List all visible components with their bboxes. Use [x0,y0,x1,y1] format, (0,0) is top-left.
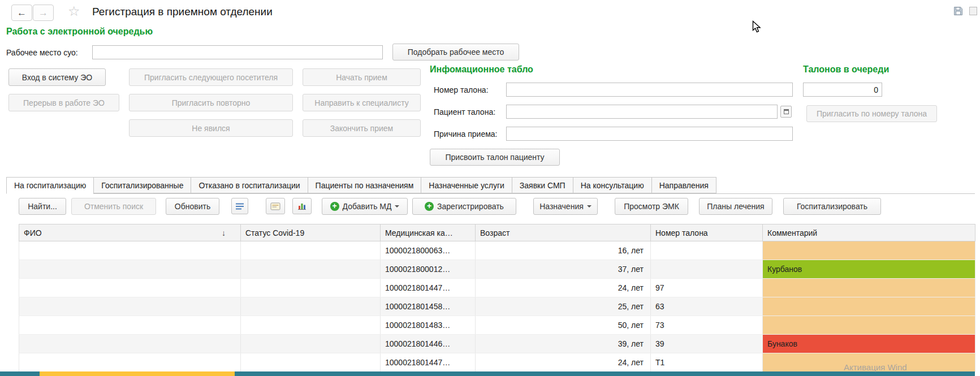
no-show-button[interactable]: Не явился [129,119,293,137]
col-header-comment[interactable]: Комментарий [763,224,975,241]
patient-row[interactable]: 1000021800063…16, лет [19,241,975,260]
patient-row[interactable]: 1000021801446…39, лет39Бунаков [19,335,975,353]
tab-6[interactable]: Заявки СМП [512,177,573,193]
tab-7[interactable]: На консультацию [573,177,651,193]
pick-workplace-button[interactable]: Подобрать рабочее место [392,44,519,60]
chart-view-button[interactable] [292,198,312,214]
back-button[interactable] [11,5,32,21]
finish-reception-button[interactable]: Закончить прием [303,119,421,137]
age-cell: 25, лет [476,297,651,316]
ticket-number-cell: 97 [651,279,763,297]
register-button[interactable]: Зарегистрировать [412,198,516,215]
age-cell: 39, лет [476,335,651,353]
cancel-search-button[interactable]: Отменить поиск [71,198,156,215]
hospitalize-label: Госпитализировать [797,202,867,211]
plus-icon [425,202,434,211]
tab-2[interactable]: Госпитализированные [93,177,191,193]
col-header-fio[interactable]: ФИО ↓ [19,224,241,241]
covid-status-cell [241,335,381,353]
treatment-plans-button[interactable]: Планы лечения [699,198,772,215]
comment-cell [763,241,975,260]
no-show-label: Не явился [192,124,230,133]
col-header-medcard-label: Медицинская ка… [385,228,453,237]
add-md-label: Добавить МД [343,202,392,211]
refresh-button[interactable]: Обновить [166,198,219,215]
invite-next-button[interactable]: Пригласить следующего посетителя [129,68,293,86]
ticket-number-cell: Т1 [651,353,763,372]
med-card-cell: 1000021801447… [381,279,476,297]
ticket-patient-label: Пациент талона: [434,107,495,116]
tab-1[interactable]: На госпитализацию [6,177,93,194]
workplace-input[interactable] [92,45,383,59]
add-md-button[interactable]: Добавить МД [322,198,408,215]
reason-input[interactable] [506,127,793,141]
app: { "colors": { "heading_green": "#0f9b30"… [0,0,980,376]
view-emk-button[interactable]: Просмотр ЭМК [615,198,688,215]
reason-label: Причина приема: [434,129,497,139]
ticket-number-cell [651,260,763,279]
enter-eo-button[interactable]: Вход в систему ЭО [8,68,106,86]
start-reception-label: Начать прием [336,73,387,82]
age-cell: 16, лет [476,241,651,260]
med-card-cell: 1000021800012… [381,260,476,279]
invite-by-number-button[interactable]: Пригласить по номеру талона [806,105,937,122]
med-card-cell: 1000021800063… [381,241,476,260]
comment-cell [763,279,975,297]
patient-row[interactable]: 1000021800012…37, летКурбанов [19,260,975,279]
comment-cell [763,316,975,335]
covid-status-cell [241,316,381,335]
col-header-comment-label: Комментарий [767,228,817,237]
patient-choose-button[interactable] [780,106,792,118]
hospitalize-button[interactable]: Госпитализировать [783,198,881,215]
invite-again-button[interactable]: Пригласить повторно [129,94,293,111]
col-header-covid[interactable]: Статус Covid-19 [241,224,381,241]
assign-ticket-button[interactable]: Присвоить талон пациенту [430,149,560,166]
invite-again-label: Пригласить повторно [172,98,251,107]
fio-cell [19,316,241,335]
card-icon [270,202,280,210]
pause-eo-button[interactable]: Перерыв в работе ЭО [8,94,119,111]
clipped-toolbar-icon[interactable] [969,7,977,15]
forward-button[interactable] [33,5,54,21]
col-header-ticket[interactable]: Номер талона [651,224,763,241]
ticket-number-input[interactable] [506,83,793,97]
card-view-button[interactable] [266,198,285,214]
save-icon[interactable] [953,6,963,18]
table-header-row: ФИО ↓ Статус Covid-19 Медицинская ка… Во… [19,224,975,241]
prescriptions-label: Назначения [539,202,584,211]
tickets-count-input[interactable] [803,83,882,97]
patient-row[interactable]: 1000021801447…24, летТ1 [19,353,975,372]
list-icon [235,202,244,210]
fio-cell [19,279,241,297]
tab-strip: На госпитализациюГоспитализированныеОтка… [6,177,975,194]
find-button[interactable]: Найти... [19,198,66,215]
col-header-age[interactable]: Возраст [476,224,651,241]
prescriptions-button[interactable]: Назначения [533,198,598,215]
ticket-patient-input[interactable] [506,105,778,119]
patient-row[interactable]: 1000021801483…50, лет73 [19,316,975,335]
tab-5[interactable]: Назначенные услуги [421,177,512,193]
refer-specialist-button[interactable]: Направить к специалисту [303,94,421,111]
dropdown-arrow-icon [395,205,399,210]
fio-cell [19,353,241,372]
invite-by-number-label: Пригласить по номеру талона [817,109,927,118]
patients-table: ФИО ↓ Статус Covid-19 Медицинская ка… Во… [19,224,975,372]
age-cell: 37, лет [476,260,651,279]
med-card-cell: 1000021801446… [381,335,476,353]
patient-row[interactable]: 1000021801447…24, лет97 [19,279,975,297]
queue-section-heading: Работа с электронной очередью [6,27,153,37]
age-cell: 24, лет [476,279,651,297]
patient-row[interactable]: 1000021801458…25, лет63 [19,297,975,316]
tab-4[interactable]: Пациенты по назначениям [308,177,421,193]
list-view-button[interactable] [231,198,248,214]
tab-8[interactable]: Направления [651,177,716,193]
comment-cell: Курбанов [763,260,975,279]
start-reception-button[interactable]: Начать прием [303,68,421,86]
windows-activation-watermark: Активация Wind [844,362,907,372]
ticket-number-label: Номер талона: [434,85,489,94]
comment-cell [763,297,975,316]
chart-icon [297,202,306,210]
col-header-medcard[interactable]: Медицинская ка… [381,224,476,241]
tab-3[interactable]: Отказано в госпитализации [191,177,307,193]
favorite-star-icon[interactable] [68,3,80,19]
